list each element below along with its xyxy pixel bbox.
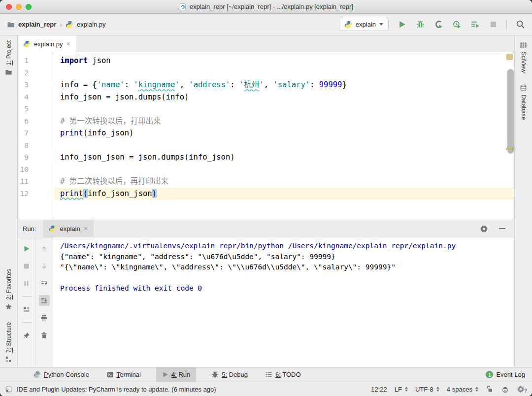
python-icon xyxy=(49,225,56,232)
minimize-button[interactable] xyxy=(16,4,22,10)
minimize-panel-icon[interactable] xyxy=(499,228,505,229)
run-panel-body: /Users/kingname/.virtualenvs/explain_rep… xyxy=(18,237,514,367)
code-line[interactable]: 7print(info_json) xyxy=(18,127,514,139)
update-gear-icon[interactable]: ? xyxy=(517,385,527,394)
line-number-gutter[interactable]: 4 xyxy=(18,91,53,103)
line-number-gutter[interactable]: 10 xyxy=(18,164,53,176)
breadcrumb-file[interactable]: explain.py xyxy=(77,21,106,28)
line-number-gutter[interactable]: 7 xyxy=(18,127,53,139)
line-number-gutter[interactable]: 3 xyxy=(18,79,53,91)
tab-python-console[interactable]: Python Console xyxy=(32,367,91,382)
run-config-name: explain xyxy=(356,21,376,28)
sidebar-item-favorites[interactable]: 2: Favorites xyxy=(5,269,12,310)
sciview-grid-icon xyxy=(520,41,527,49)
stop-button[interactable] xyxy=(21,261,32,271)
breadcrumb-project[interactable]: explain_repr xyxy=(18,21,56,28)
structure-icon xyxy=(5,356,12,363)
code-line[interactable]: 12print(info_json_json) xyxy=(18,188,514,200)
clear-trash-icon[interactable] xyxy=(39,330,50,340)
line-number-gutter[interactable]: 11 xyxy=(18,175,53,188)
sidebar-item-project[interactable]: 1: Project xyxy=(5,40,12,76)
close-button[interactable] xyxy=(6,4,12,10)
warning-stripe-mark[interactable] xyxy=(506,148,514,150)
tab-debug[interactable]: 5: Debug xyxy=(209,367,250,382)
search-icon[interactable] xyxy=(515,20,525,30)
tab-todo[interactable]: 6: TODO xyxy=(263,367,303,382)
scroll-to-end-icon[interactable] xyxy=(39,295,50,306)
code-line[interactable]: 8 xyxy=(18,139,514,152)
soft-wrap-icon[interactable] xyxy=(39,278,50,289)
folder-icon xyxy=(7,21,15,29)
bottom-toolwindow-bar: Python Console Terminal 4: Run 5: Debug … xyxy=(0,367,532,382)
tab-run[interactable]: 4: Run xyxy=(156,367,196,382)
chevron-updown-icon xyxy=(436,387,439,392)
line-number-gutter[interactable]: 6 xyxy=(18,115,53,128)
python-icon xyxy=(344,21,352,29)
line-number-gutter[interactable]: 2 xyxy=(18,67,53,79)
line-number-gutter[interactable]: 8 xyxy=(18,139,53,152)
run-panel-header: Run: explain × xyxy=(18,220,514,237)
pause-button[interactable] xyxy=(21,278,32,289)
hector-inspector-icon[interactable] xyxy=(501,385,509,394)
code-line[interactable]: 3info = {'name': 'kingname', 'address': … xyxy=(18,79,514,91)
chevron-updown-icon xyxy=(405,387,408,392)
python-file-icon xyxy=(23,40,31,48)
line-number-gutter[interactable]: 5 xyxy=(18,103,53,115)
code-line[interactable]: 6# 第一次转换以后，打印出来 xyxy=(18,115,514,128)
status-message[interactable]: IDE and Plugin Updates: PyCharm is ready… xyxy=(17,386,216,393)
event-log-button[interactable]: 1 Event Log xyxy=(486,371,525,378)
pin-icon[interactable] xyxy=(21,330,32,341)
chevron-right-icon: › xyxy=(60,21,62,29)
profile-button[interactable] xyxy=(452,20,462,30)
code-line[interactable]: 10 xyxy=(18,164,514,176)
line-ending-selector[interactable]: LF xyxy=(395,386,408,393)
code-line[interactable]: 1import json xyxy=(18,55,514,67)
sidebar-item-database[interactable]: Database xyxy=(520,84,527,120)
down-arrow-icon[interactable] xyxy=(39,261,50,271)
line-number-gutter[interactable]: 12 xyxy=(18,188,53,200)
editor-tab-explain-py[interactable]: explain.py × xyxy=(18,35,76,52)
toolbar-divider xyxy=(22,322,32,323)
up-arrow-icon[interactable] xyxy=(39,243,50,254)
line-number-gutter[interactable]: 1 xyxy=(18,55,53,67)
gear-icon[interactable] xyxy=(480,225,488,233)
terminal-icon xyxy=(106,371,114,378)
restore-layout-button[interactable] xyxy=(21,304,32,315)
toolbar-divider xyxy=(22,296,32,297)
run-toolbar-left xyxy=(18,237,35,367)
console-line: "{\"name\": \"kingname\", \"address\": \… xyxy=(60,262,514,273)
scrollbar-thumb[interactable] xyxy=(507,69,514,154)
tab-terminal[interactable]: Terminal xyxy=(104,367,143,382)
stop-button[interactable] xyxy=(488,20,498,30)
code-line[interactable]: 9info_json_json = json.dumps(info_json) xyxy=(18,151,514,164)
rerun-button[interactable] xyxy=(21,243,32,254)
sidebar-item-structure[interactable]: 7: Structure xyxy=(5,322,12,363)
lock-icon[interactable] xyxy=(486,385,494,393)
run-with-coverage-button[interactable] xyxy=(433,20,443,30)
code-line[interactable]: 2 xyxy=(18,67,514,79)
toolwindow-toggle-icon[interactable] xyxy=(5,386,12,393)
editor-tab-bar: explain.py × xyxy=(18,35,514,52)
inspection-status-icon[interactable] xyxy=(506,54,513,60)
run-with-list-button[interactable] xyxy=(470,20,480,30)
navigation-bar: explain_repr › explain.py explain xyxy=(0,14,532,35)
code-line[interactable]: 11# 第二次转换以后，再打印出来 xyxy=(18,175,514,188)
run-tab-explain[interactable]: explain × xyxy=(43,220,93,237)
run-configuration-selector[interactable]: explain xyxy=(339,18,389,31)
close-icon[interactable]: × xyxy=(66,40,70,47)
zoom-button[interactable] xyxy=(26,4,32,10)
code-line[interactable]: 5 xyxy=(18,103,514,115)
breadcrumb: explain_repr › explain.py xyxy=(7,21,106,29)
close-icon[interactable]: × xyxy=(84,225,88,232)
indent-selector[interactable]: 4 spaces xyxy=(447,386,478,393)
encoding-selector[interactable]: UTF-8 xyxy=(415,386,439,393)
print-icon[interactable] xyxy=(39,312,50,323)
run-button[interactable] xyxy=(397,20,407,30)
code-line[interactable]: 4info_json = json.dumps(info) xyxy=(18,91,514,103)
line-number-gutter[interactable]: 9 xyxy=(18,151,53,164)
code-editor[interactable]: 1import json23info = {'name': 'kingname'… xyxy=(18,52,514,220)
run-console-output[interactable]: /Users/kingname/.virtualenvs/explain_rep… xyxy=(53,237,514,367)
sidebar-item-sciview[interactable]: SciView xyxy=(520,41,527,72)
status-bar: IDE and Plugin Updates: PyCharm is ready… xyxy=(0,382,532,396)
debug-button[interactable] xyxy=(415,20,425,30)
